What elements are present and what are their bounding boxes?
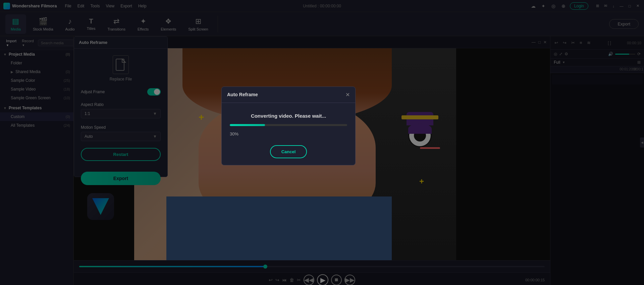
modal-progress-label: 30% bbox=[230, 131, 238, 136]
converting-message: Converting video. Please wait... bbox=[251, 113, 326, 119]
modal-progress-fill bbox=[230, 124, 265, 126]
modal-overlay: Auto Reframe ✕ Converting video. Please … bbox=[0, 0, 644, 285]
modal-header: Auto Reframe ✕ bbox=[222, 87, 355, 103]
modal-cancel-button[interactable]: Cancel bbox=[270, 145, 307, 158]
converting-modal: Auto Reframe ✕ Converting video. Please … bbox=[221, 87, 356, 165]
modal-title: Auto Reframe bbox=[227, 92, 345, 97]
modal-close-button[interactable]: ✕ bbox=[345, 92, 350, 98]
modal-progress-track bbox=[230, 124, 347, 126]
modal-body: Converting video. Please wait... 30% Can… bbox=[222, 103, 355, 165]
